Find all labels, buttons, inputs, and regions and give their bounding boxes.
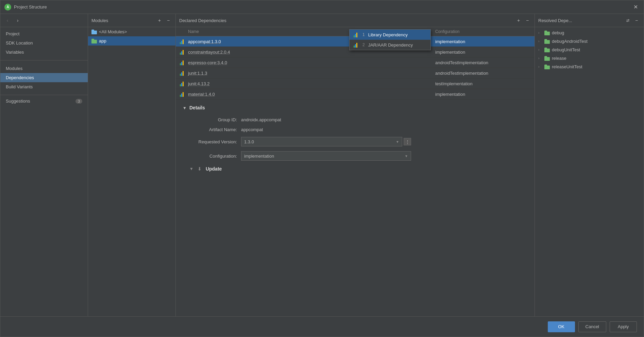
config-dropdown[interactable]: implementation ▼	[241, 151, 411, 161]
form-row-groupid: Group ID: androidx.appcompat	[189, 117, 528, 122]
panels-row: Modules + − <All Modules> a	[88, 14, 644, 316]
resolved-item-debug-unit-test[interactable]: › debugUnitTest	[535, 46, 644, 54]
config-value: implementation	[244, 154, 274, 159]
module-list: <All Modules> app	[88, 27, 175, 316]
resolved-title: Resolved Depe...	[538, 18, 572, 23]
dep-icon-constraintlayout	[180, 49, 185, 55]
sidebar: ‹ › Project SDK Location Variables Modul…	[0, 14, 88, 316]
details-title: Details	[189, 105, 205, 110]
version-dropdown[interactable]: 1.3.0 ▼	[241, 137, 402, 146]
dropdown-jar-dep[interactable]: 2 JAR/AAR Dependency	[350, 40, 430, 50]
folder-icon-release	[544, 56, 550, 61]
folder-icon-rut	[544, 65, 550, 69]
sidebar-item-sdk[interactable]: SDK Location	[0, 38, 88, 48]
resolved-name-dut: debugUnitTest	[552, 47, 580, 52]
nav-arrows: ‹ ›	[0, 14, 88, 27]
apply-button[interactable]: Apply	[610, 321, 637, 332]
details-header: ▼ Details	[183, 105, 528, 110]
dep-icon-material	[180, 91, 185, 97]
group-id-value: androidx.appcompat	[241, 117, 281, 122]
dropdown-item1-label: Library Dependency	[368, 32, 408, 37]
resolved-chevron-dut: ›	[538, 48, 542, 52]
sidebar-section-middle: Modules Dependencies Build Variants	[0, 62, 88, 93]
artifact-name-label: Artifact Name:	[189, 127, 237, 132]
back-arrow[interactable]: ‹	[4, 17, 11, 24]
resolved-minus-btn[interactable]: −	[633, 17, 640, 24]
resolved-chevron-debug: ›	[538, 31, 542, 35]
dep-config-junit113: androidTestImplementation	[435, 71, 530, 76]
resolved-item-debug-android-test[interactable]: › debugAndroidTest	[535, 37, 644, 46]
dep-config-appcompat: implementation	[435, 39, 530, 44]
module-item-all[interactable]: <All Modules>	[88, 27, 175, 36]
dep-row-junit4[interactable]: junit:4.13.2 testImplementation	[176, 78, 535, 89]
dep-config-constraintlayout: implementation	[435, 50, 530, 55]
resolved-item-release-unit-test[interactable]: › releaseUnitTest	[535, 63, 644, 71]
resolved-chevron-dat: ›	[538, 39, 542, 43]
configuration-label: Configuration:	[189, 154, 237, 159]
deps-add-btn[interactable]: +	[515, 17, 522, 24]
details-form: Group ID: androidx.appcompat Artifact Na…	[183, 117, 528, 161]
config-input-wrapper: implementation ▼	[241, 151, 411, 161]
resolved-chevron-release: ›	[538, 56, 542, 60]
folder-icon-dat	[544, 39, 550, 44]
deps-panel-title: Declared Dependencies	[179, 18, 226, 23]
group-id-label: Group ID:	[189, 117, 237, 122]
deps-panel: Declared Dependencies + −	[176, 14, 535, 316]
folder-icon-all	[91, 30, 97, 34]
resolved-chevron-rut: ›	[538, 65, 542, 69]
config-dropdown-arrow: ▼	[405, 154, 408, 158]
version-dropdown-arrow: ▼	[396, 140, 399, 144]
version-edit-btn[interactable]: ⋮	[404, 138, 411, 145]
dep-name-junit4: junit:4.13.2	[188, 81, 433, 86]
dep-name-espresso: espresso-core:3.4.0	[188, 60, 433, 65]
resolved-expand-btn[interactable]: ⇄	[624, 17, 631, 24]
resolved-item-debug[interactable]: › debug	[535, 29, 644, 37]
modules-add-btn[interactable]: +	[156, 17, 163, 24]
update-header: ▼ ⬇ Update	[183, 161, 528, 177]
details-section: ▼ Details Group ID: androidx.appcompat A…	[176, 100, 535, 316]
main-content: Modules + − <All Modules> a	[88, 14, 644, 316]
suggestions-badge: 3	[75, 99, 82, 104]
update-icon: ⬇	[198, 166, 202, 172]
cancel-button[interactable]: Cancel	[578, 321, 606, 332]
module-item-app-label: app	[99, 38, 106, 43]
details-chevron-icon[interactable]: ▼	[183, 106, 187, 110]
sidebar-item-dependencies[interactable]: Dependencies	[0, 73, 88, 82]
library-dep-icon	[354, 32, 359, 37]
sidebar-item-build-variants[interactable]: Build Variants	[0, 82, 88, 91]
close-button[interactable]: ✕	[631, 3, 640, 11]
sidebar-item-suggestions[interactable]: Suggestions 3	[0, 96, 88, 106]
modules-panel: Modules + − <All Modules> a	[88, 14, 176, 316]
deps-panel-header: Declared Dependencies + −	[176, 14, 535, 27]
version-value: 1.3.0	[244, 139, 254, 144]
sidebar-divider-1	[0, 60, 88, 60]
resolved-item-release[interactable]: › release	[535, 54, 644, 63]
dialog-title: Project Structure	[14, 4, 631, 10]
dep-row-material[interactable]: material:1.4.0 implementation	[176, 89, 535, 100]
resolved-header: Resolved Depe... ⇄ −	[535, 14, 644, 27]
requested-version-label: Requested Version:	[189, 139, 237, 144]
resolved-name-rut: releaseUnitTest	[552, 64, 582, 69]
project-structure-dialog: A Project Structure ✕ ‹ › Project SDK Lo…	[0, 0, 644, 337]
sidebar-item-project[interactable]: Project	[0, 29, 88, 38]
update-chevron[interactable]: ▼	[189, 166, 193, 171]
dep-name-junit113: junit:1.1.3	[188, 71, 433, 76]
forward-arrow[interactable]: ›	[14, 17, 21, 24]
ok-button[interactable]: OK	[548, 321, 575, 332]
jar-dep-icon	[354, 42, 359, 48]
artifact-name-value: appcompat	[241, 127, 263, 132]
sidebar-item-variables[interactable]: Variables	[0, 48, 88, 57]
sidebar-item-modules[interactable]: Modules	[0, 64, 88, 73]
deps-toolbar: + −	[515, 17, 531, 24]
content-area: ‹ › Project SDK Location Variables Modul…	[0, 14, 644, 316]
module-item-app[interactable]: app	[88, 36, 175, 46]
modules-panel-title: Modules	[91, 18, 108, 23]
update-title: Update	[206, 166, 222, 172]
deps-remove-btn[interactable]: −	[524, 17, 531, 24]
modules-panel-header: Modules + −	[88, 14, 175, 27]
dep-row-espresso[interactable]: espresso-core:3.4.0 androidTestImplement…	[176, 57, 535, 68]
dep-row-junit113[interactable]: junit:1.1.3 androidTestImplementation	[176, 68, 535, 78]
modules-remove-btn[interactable]: −	[165, 17, 172, 24]
dropdown-library-dep[interactable]: 1 Library Dependency	[350, 30, 430, 40]
resolved-name-dat: debugAndroidTest	[552, 39, 588, 44]
